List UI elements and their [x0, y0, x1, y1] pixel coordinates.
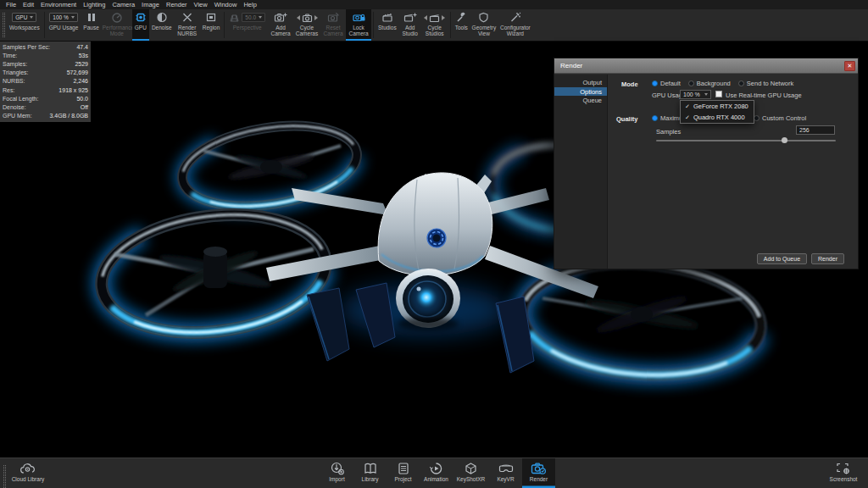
- performance-mode-button[interactable]: Performance Mode: [102, 9, 132, 41]
- mode-background-radio[interactable]: Background: [688, 80, 731, 87]
- tab-options[interactable]: Options: [554, 87, 607, 97]
- project-button[interactable]: Project: [387, 458, 420, 488]
- denoise-icon: [156, 11, 168, 24]
- animation-button[interactable]: Animation: [420, 458, 453, 488]
- import-button[interactable]: Import: [320, 458, 353, 488]
- render-icon: [531, 461, 547, 475]
- geometry-view-button[interactable]: Geometry View: [470, 9, 498, 41]
- menu-file[interactable]: File: [3, 0, 19, 9]
- add-to-queue-button[interactable]: Add to Queue: [757, 253, 807, 264]
- region-button[interactable]: Region: [200, 9, 223, 41]
- tab-queue[interactable]: Queue: [554, 96, 607, 105]
- gpu-usage-button[interactable]: 100 % GPU Usage: [47, 9, 81, 41]
- add-studio-button[interactable]: Add Studio: [399, 9, 421, 41]
- library-button[interactable]: Library: [353, 458, 387, 488]
- keyvr-button[interactable]: KeyVR: [489, 458, 522, 488]
- gpu-icon: [135, 11, 147, 24]
- menu-bar: File Edit Environment Lighting Camera Im…: [0, 0, 868, 9]
- menu-lighting[interactable]: Lighting: [80, 0, 108, 9]
- tools-button[interactable]: Tools: [453, 9, 470, 41]
- cycle-cameras-button[interactable]: Cycle Cameras: [293, 9, 320, 41]
- gpu-device-option[interactable]: Quadro RTX 4000: [681, 112, 754, 123]
- mode-radio-group: Default Background Send to Network: [652, 80, 793, 87]
- configurator-wizard-button[interactable]: Configurator Wizard: [498, 9, 533, 41]
- screenshot-icon: [836, 461, 851, 475]
- mode-send-to-network-radio[interactable]: Send to Network: [738, 80, 793, 87]
- toolbar-separator: [44, 12, 45, 38]
- render-nurbs-button[interactable]: Render NURBS: [175, 9, 200, 41]
- pause-button[interactable]: Pause: [81, 9, 101, 41]
- menu-environment[interactable]: Environment: [37, 0, 80, 9]
- gpu-usage-dropdown[interactable]: 100 %: [49, 13, 77, 22]
- screenshot-button[interactable]: Screenshot: [822, 458, 865, 488]
- mode-label: Mode: [621, 80, 638, 88]
- mode-default-radio[interactable]: Default: [652, 80, 681, 87]
- gpu-device-option[interactable]: GeForce RTX 2080: [681, 101, 754, 112]
- render-dialog: Render Output Options Queue Mode Default…: [554, 58, 859, 269]
- check-icon: [685, 114, 690, 121]
- lock-camera-button[interactable]: Lock Camera: [346, 9, 371, 41]
- cloud-library-icon: [19, 461, 36, 475]
- menu-edit[interactable]: Edit: [19, 0, 37, 9]
- realtime-gpu-usage-checkbox[interactable]: [715, 91, 722, 97]
- studio-icon: [429, 13, 440, 23]
- gpu-mode-button[interactable]: GPU: [132, 9, 149, 41]
- project-icon: [397, 461, 410, 475]
- workspaces-dropdown[interactable]: GPU: [12, 13, 36, 22]
- focal-length-dropdown[interactable]: 50.0: [242, 13, 265, 22]
- radio-icon: [754, 115, 760, 121]
- workspaces-button[interactable]: GPU Workspaces: [7, 9, 42, 41]
- samples-input[interactable]: [796, 125, 835, 135]
- reset-camera-button[interactable]: Reset Camera: [320, 9, 346, 41]
- stat-focal-length: Focal Length:50.0: [3, 94, 88, 103]
- keyshotxr-icon: [464, 461, 478, 475]
- samples-slider-handle[interactable]: [782, 137, 787, 143]
- stat-samples: Samples:2529: [3, 59, 88, 68]
- samples-slider[interactable]: [656, 140, 836, 141]
- cycle-studios-button[interactable]: Cycle Studios: [421, 9, 448, 41]
- close-icon[interactable]: [844, 61, 855, 71]
- radio-icon: [652, 115, 658, 121]
- radio-icon: [738, 80, 744, 86]
- quality-custom-control-radio[interactable]: Custom Control: [754, 114, 806, 122]
- check-icon: [685, 103, 690, 110]
- stat-nurbs: NURBS:2,246: [3, 77, 88, 86]
- radio-icon: [652, 80, 658, 86]
- gpu-usage-percent-dropdown[interactable]: 100 %: [680, 90, 711, 99]
- menu-view[interactable]: View: [191, 0, 211, 9]
- menu-render[interactable]: Render: [163, 0, 191, 9]
- toolbar-separator: [450, 12, 451, 38]
- cloud-library-button[interactable]: Cloud Library: [7, 458, 49, 488]
- perspective-icon: [229, 13, 240, 23]
- menu-window[interactable]: Window: [211, 0, 241, 9]
- samples-label: Samples: [656, 128, 681, 136]
- menu-help[interactable]: Help: [240, 0, 259, 9]
- configurator-wizard-icon: [509, 11, 521, 24]
- keyshotxr-button[interactable]: KeyShotXR: [453, 458, 489, 488]
- add-studio-icon: [403, 11, 417, 24]
- arrow-right-icon[interactable]: [314, 15, 318, 20]
- arrow-left-icon[interactable]: [297, 15, 300, 20]
- toolbar-drag-handle[interactable]: [3, 13, 5, 37]
- add-camera-button[interactable]: Add Camera: [268, 9, 293, 41]
- tools-icon: [455, 11, 467, 24]
- camera-icon: [302, 13, 313, 23]
- stat-denoise: Denoise:Off: [3, 103, 88, 111]
- stat-gpu-mem: GPU Mem:3.4GB / 8.0GB: [3, 112, 88, 120]
- arrow-left-icon[interactable]: [424, 15, 427, 20]
- menu-camera[interactable]: Camera: [108, 0, 138, 9]
- performance-mode-icon: [111, 11, 123, 24]
- render-button[interactable]: Render: [811, 253, 844, 264]
- render-ribbon-button[interactable]: Render: [522, 458, 555, 488]
- toolbar-separator: [224, 12, 225, 38]
- studios-button[interactable]: Studios: [376, 9, 399, 41]
- denoise-button[interactable]: Denoise: [149, 9, 175, 41]
- gpu-device-dropdown-list: GeForce RTX 2080 Quadro RTX 4000: [680, 100, 754, 124]
- ribbon-drag-handle[interactable]: [3, 465, 6, 488]
- arrow-right-icon[interactable]: [442, 15, 445, 20]
- chevron-down-icon: [704, 93, 708, 96]
- menu-image[interactable]: Image: [138, 0, 163, 9]
- perspective-button[interactable]: 50.0 Perspective: [226, 9, 268, 41]
- render-dialog-titlebar[interactable]: Render: [554, 58, 858, 74]
- tab-output[interactable]: Output: [554, 78, 607, 87]
